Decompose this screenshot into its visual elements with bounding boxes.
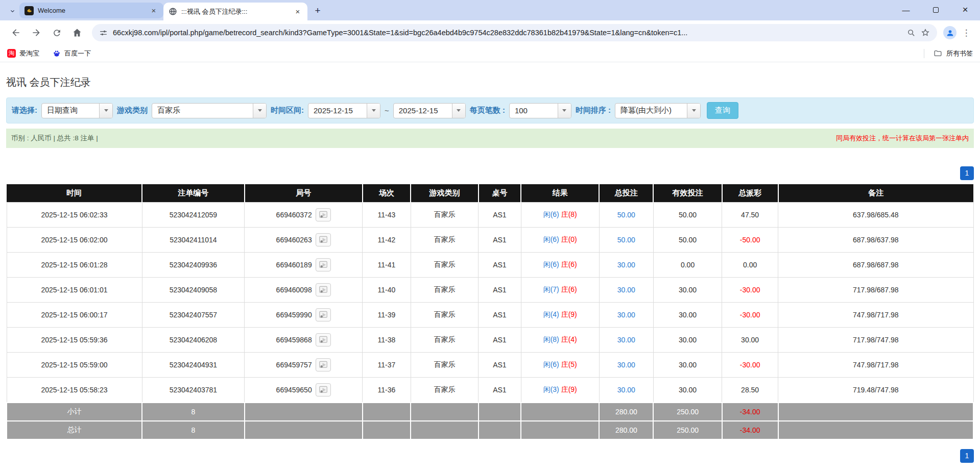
round-number: 669460263	[276, 236, 312, 244]
browser-tab-strip: Welcome × :::视讯 会员下注纪录::: × + — ×	[0, 0, 980, 20]
total-bet-link[interactable]: 30.00	[617, 286, 635, 294]
total-bet-link[interactable]: 30.00	[617, 361, 635, 369]
cell-game-type: 百家乐	[411, 378, 479, 403]
tab-welcome[interactable]: Welcome ×	[19, 3, 163, 18]
new-tab-button[interactable]: +	[310, 4, 325, 18]
cell-round: 669460189	[245, 253, 363, 278]
chevron-down-icon[interactable]	[367, 104, 380, 118]
window-maximize-button[interactable]	[921, 0, 950, 19]
summary-empty	[521, 403, 599, 421]
query-type-select[interactable]: 日期查询	[41, 103, 113, 118]
date-to-select[interactable]: 2025-12-15	[393, 103, 466, 118]
search-button[interactable]: 查询	[707, 102, 738, 119]
table-row: 2025-12-15 06:00:17523042407557669459990…	[7, 303, 973, 328]
summary-valid-bet: 250.00	[653, 421, 722, 439]
cell-time: 2025-12-15 06:01:01	[7, 278, 142, 303]
browser-menu-icon[interactable]: ⋮	[960, 28, 973, 38]
window-minimize-button[interactable]: —	[891, 0, 921, 19]
cell-time: 2025-12-15 06:00:17	[7, 303, 142, 328]
per-page-select[interactable]: 100	[509, 103, 571, 118]
chevron-down-icon[interactable]	[558, 104, 571, 118]
column-header: 局号	[245, 184, 363, 203]
profile-avatar[interactable]	[943, 26, 957, 39]
cell-round: 669460372	[245, 203, 363, 228]
summary-payout: -34.00	[722, 403, 778, 421]
total-bet-link[interactable]: 30.00	[617, 336, 635, 344]
tab-close-icon[interactable]: ×	[149, 6, 158, 15]
chevron-down-icon[interactable]	[99, 104, 112, 118]
cell-session: 11-40	[363, 278, 411, 303]
date-from-select[interactable]: 2025-12-15	[308, 103, 380, 118]
video-replay-icon[interactable]	[316, 383, 331, 396]
video-replay-icon[interactable]	[316, 358, 331, 371]
page-1-button[interactable]: 1	[960, 166, 974, 180]
cell-time: 2025-12-15 06:01:28	[7, 253, 142, 278]
tab-betrecord[interactable]: :::视讯 会员下注纪录::: ×	[163, 3, 307, 20]
cell-total-bet: 30.00	[599, 303, 653, 328]
all-bookmarks[interactable]: 所有书签	[924, 49, 973, 58]
cell-note: 717.98/687.98	[778, 278, 973, 303]
result-player: 闲(3)	[543, 385, 559, 393]
chevron-down-icon[interactable]	[687, 104, 700, 118]
video-replay-icon[interactable]	[316, 208, 331, 221]
cell-bet-id: 523042412059	[142, 203, 245, 228]
refresh-icon[interactable]	[48, 24, 65, 41]
cell-session: 11-36	[363, 378, 411, 403]
total-bet-link[interactable]: 30.00	[617, 311, 635, 319]
bookmark-baidu[interactable]: 百度一下	[53, 49, 91, 58]
game-type-select[interactable]: 百家乐	[152, 103, 267, 118]
window-controls: — ×	[891, 0, 980, 19]
chevron-down-icon[interactable]	[253, 104, 266, 118]
bookmark-star-icon[interactable]	[921, 28, 930, 37]
video-replay-icon[interactable]	[316, 308, 331, 321]
total-bet-link[interactable]: 30.00	[617, 386, 635, 394]
cell-round: 669459868	[245, 328, 363, 353]
bookmark-label: 爱淘宝	[19, 49, 39, 58]
bookmark-aitaobao[interactable]: 淘 爱淘宝	[7, 49, 39, 58]
cell-note: 687.98/687.98	[778, 253, 973, 278]
page-1-button[interactable]: 1	[960, 449, 974, 463]
zoom-magnifier-icon[interactable]	[907, 29, 916, 37]
summary-row: 总计8280.00250.00-34.00	[7, 421, 973, 439]
url-bar[interactable]: 66cxkj98.com/ipl/portal.php/game/betreco…	[92, 24, 937, 41]
round-number: 669460098	[276, 286, 312, 294]
total-bet-link[interactable]: 50.00	[617, 236, 635, 244]
tab-search-chevron-icon[interactable]	[5, 4, 19, 18]
total-bet-link[interactable]: 30.00	[617, 261, 635, 269]
video-replay-icon[interactable]	[316, 233, 331, 246]
cell-session: 11-41	[363, 253, 411, 278]
table-row: 2025-12-15 05:59:36523042406208669459868…	[7, 328, 973, 353]
cell-valid-bet: 0.00	[653, 253, 722, 278]
cell-result: 闲(6) 庄(8)	[521, 203, 599, 228]
window-close-button[interactable]: ×	[950, 0, 980, 19]
sort-select[interactable]: 降冪(由大到小)	[615, 103, 701, 118]
cell-session: 11-38	[363, 328, 411, 353]
cell-note: 637.98/685.48	[778, 203, 973, 228]
cell-game-type: 百家乐	[411, 253, 479, 278]
home-icon[interactable]	[68, 24, 86, 41]
back-icon[interactable]	[7, 24, 25, 41]
chevron-down-icon[interactable]	[452, 104, 465, 118]
summary-bar: 币别 : 人民币 | 总共 :8 注单 | 同局有效投注，统一计算在该局第一张注…	[6, 129, 974, 148]
video-replay-icon[interactable]	[316, 283, 331, 296]
cell-table-no: AS1	[479, 278, 521, 303]
total-bet-link[interactable]: 50.00	[617, 211, 635, 219]
cell-note: 747.98/717.98	[778, 353, 973, 378]
result-banker: 庄(6)	[561, 260, 577, 268]
site-info-tune-icon[interactable]	[99, 29, 108, 37]
cell-table-no: AS1	[479, 328, 521, 353]
column-header: 结果	[521, 184, 599, 203]
cell-result: 闲(7) 庄(6)	[521, 278, 599, 303]
cell-valid-bet: 50.00	[653, 228, 722, 253]
tab-close-icon[interactable]: ×	[293, 7, 302, 16]
video-replay-icon[interactable]	[316, 258, 331, 271]
forward-icon[interactable]	[28, 24, 45, 41]
table-row: 2025-12-15 05:58:23523042403781669459650…	[7, 378, 973, 403]
video-replay-icon[interactable]	[316, 333, 331, 346]
cell-bet-id: 523042409936	[142, 253, 245, 278]
cell-bet-id: 523042407557	[142, 303, 245, 328]
url-text[interactable]: 66cxkj98.com/ipl/portal.php/game/betreco…	[113, 29, 902, 37]
column-header: 桌号	[479, 184, 521, 203]
cell-session: 11-37	[363, 353, 411, 378]
cell-game-type: 百家乐	[411, 328, 479, 353]
